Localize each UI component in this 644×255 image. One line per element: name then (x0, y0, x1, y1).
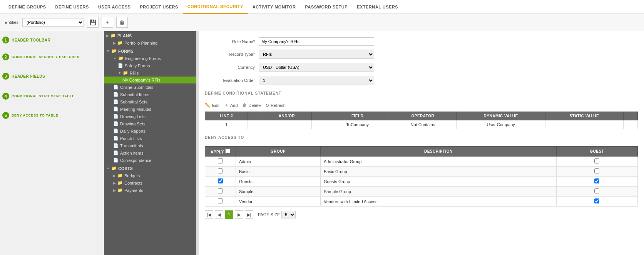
refresh-icon: ↻ (265, 103, 269, 108)
nav-user-access[interactable]: User Access (94, 0, 135, 14)
tree-section-costs[interactable]: ▼ 📁 COSTS (104, 164, 196, 172)
tree-item-engineering-forms[interactable]: ▼ 📁 Engineering Forms (104, 55, 196, 62)
folder-icon: 📁 (117, 173, 123, 178)
arrow-icon: ▶ (113, 41, 116, 45)
tree-label: PLANS (117, 33, 132, 38)
delete-row-button[interactable]: 🗑 Delete (243, 103, 261, 108)
arrow-icon: ▶ (113, 181, 116, 185)
page-1-btn[interactable]: 1 (225, 210, 233, 219)
tree-item-submittal-sets[interactable]: 📄 Submittal Sets (104, 98, 196, 105)
save-button[interactable]: 💾 (87, 17, 99, 28)
tree-item-drawing-lists[interactable]: 📄 Drawing Lists (104, 113, 196, 120)
nav-activity-monitor[interactable]: Activity Monitor (248, 0, 301, 14)
tree-item-punch-lists[interactable]: 📄 Punch Lists (104, 135, 196, 142)
page-size-select[interactable]: 5 (281, 211, 296, 218)
guest-checkbox[interactable] (594, 198, 599, 203)
tree-label: Submittal Sets (120, 100, 147, 104)
nav-project-users[interactable]: Project Users (135, 0, 182, 14)
last-page-btn[interactable]: ▶| (245, 210, 253, 219)
tree-item-correspondence[interactable]: 📄 Correspondence (104, 157, 196, 164)
guest-checkbox[interactable] (594, 188, 599, 193)
tree-item-contracts[interactable]: ▶ 📁 Contracts (104, 179, 196, 187)
cell-and-or (262, 120, 311, 129)
tree-item-payments[interactable]: ▶ 📁 Payments (104, 187, 196, 194)
tree-label: Budgets (124, 173, 140, 178)
tree-item-meeting-minutes[interactable]: 📄 Meeting Minutes (104, 105, 196, 113)
nav-external-users[interactable]: External Users (352, 0, 403, 14)
delete-icon: 🗑 (243, 103, 247, 108)
tree-item-budgets[interactable]: ▶ 📁 Budgets (104, 172, 196, 179)
cell-description: Sample Group (321, 187, 557, 197)
apply-checkbox[interactable] (218, 198, 223, 203)
cell-row-actions (624, 120, 638, 129)
nav-define-users[interactable]: Define Users (51, 0, 94, 14)
arrow-icon: ▶ (113, 174, 116, 178)
tree-item-daily-reports[interactable]: 📄 Daily Reports (104, 127, 196, 135)
entity-dropdown[interactable]: (Portfolio) (22, 18, 84, 27)
page-size-label: PAGE SIZE (258, 212, 280, 217)
add-row-button[interactable]: ＋ Add (224, 102, 238, 108)
record-type-select[interactable]: RFIs (259, 50, 374, 59)
folder-icon: 📁 (117, 40, 123, 45)
delete-button[interactable]: 🗑 (116, 17, 128, 28)
apply-checkbox[interactable] (218, 178, 223, 183)
nav-password-setup[interactable]: Password Setup (300, 0, 352, 14)
tree-section-plans[interactable]: ▶ 📁 PLANS (104, 31, 196, 39)
badge-5: 5 (2, 112, 9, 119)
apply-checkbox[interactable] (218, 188, 223, 193)
rule-name-input[interactable] (259, 37, 374, 46)
tree-item-transmittals[interactable]: 📄 Transmittals (104, 142, 196, 149)
cell-static-value (545, 120, 623, 129)
next-page-btn[interactable]: ▶ (235, 210, 243, 219)
col-field: FIELD (326, 112, 389, 120)
pencil-icon: ✏️ (205, 103, 211, 108)
tree-item-online-submittals[interactable]: 📄 Online Submittals (104, 83, 196, 91)
cell-description: Guests Group (321, 177, 557, 187)
cell-apply (205, 157, 236, 167)
arrow-icon: ▼ (106, 49, 110, 53)
tree-item-rfis[interactable]: ▼ 📁 RFIs (104, 69, 196, 77)
file-icon: 📄 (113, 150, 119, 155)
tree-item-my-company-rfis[interactable]: My Company's RFIs (104, 77, 196, 83)
col-check1 (248, 112, 262, 120)
tree-item-action-items[interactable]: 📄 Action Items (104, 149, 196, 157)
add-icon: ＋ (105, 19, 110, 26)
cell-group: Guests (236, 177, 321, 187)
col-and-or: AND/OR (262, 112, 311, 120)
tree-label: Transmittals (120, 143, 143, 148)
tree-item-portfolio-planning[interactable]: ▶ 📁 Portfolio Planning (104, 39, 196, 47)
evaluation-order-select[interactable]: 1 (259, 76, 374, 85)
cell-guest (556, 177, 637, 187)
tree-item-drawing-sets[interactable]: 📄 Drawing Sets (104, 120, 196, 127)
label-deny-access: 5 DENY ACCESS TO TABLE (2, 112, 58, 119)
col-operator: OPERATOR (389, 112, 457, 120)
cell-field: ToCompany (326, 120, 389, 129)
rule-name-label: Rule Name* (205, 39, 255, 44)
tree-item-safety-forms[interactable]: 📄 Safety Forms (104, 62, 196, 69)
currency-select[interactable]: USD - Dollar (USA) (259, 63, 374, 72)
file-icon: 📄 (113, 143, 119, 148)
file-icon: 📄 (113, 136, 119, 141)
folder-icon: 📁 (111, 166, 117, 171)
tree-section-forms[interactable]: ▼ 📁 FORMS (104, 47, 196, 55)
prev-page-btn[interactable]: ◀ (215, 210, 223, 219)
file-icon: 📄 (113, 121, 119, 126)
first-page-btn[interactable]: |◀ (205, 210, 213, 219)
tree-panel[interactable]: ▶ 📁 PLANS ▶ 📁 Portfolio Planning ▼ 📁 FOR… (104, 31, 196, 255)
select-all-checkbox[interactable] (225, 148, 230, 153)
guest-checkbox[interactable] (594, 158, 599, 163)
cell-group: Admin (236, 157, 321, 167)
guest-checkbox[interactable] (594, 178, 599, 183)
nav-define-groups[interactable]: Define Groups (4, 0, 51, 14)
apply-checkbox[interactable] (218, 158, 223, 163)
apply-checkbox[interactable] (218, 168, 223, 173)
refresh-button[interactable]: ↻ Refresh (265, 103, 286, 108)
guest-checkbox[interactable] (594, 168, 599, 173)
col-actions (624, 112, 638, 120)
add-button[interactable]: ＋ (102, 17, 113, 28)
record-type-row: Record Type* RFIs (205, 50, 638, 59)
tree-item-submittal-items[interactable]: 📄 Submittal Items (104, 91, 196, 98)
edit-button[interactable]: ✏️ Edit (205, 103, 219, 108)
tree-label: Portfolio Planning (124, 41, 157, 45)
nav-conditional-security[interactable]: Conditional Security (183, 0, 248, 14)
